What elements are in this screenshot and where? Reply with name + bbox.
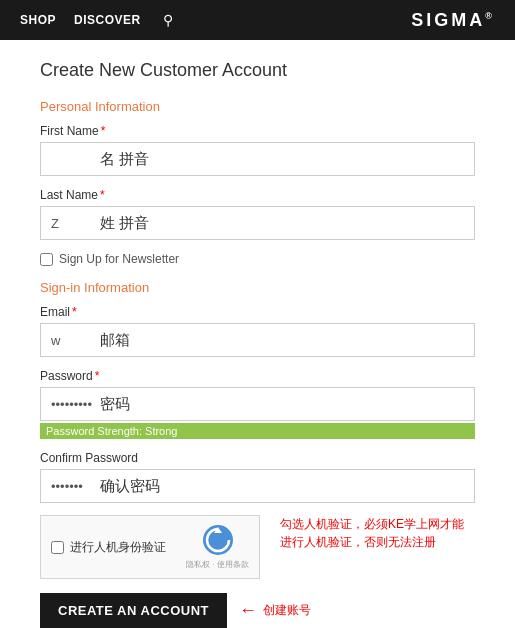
password-strength-bar: Password Strength: Strong [40,423,475,439]
email-input-wrapper: 邮箱 [40,323,475,357]
site-header: SHOP DISCOVER ⚲ SIGMA® [0,0,515,40]
recaptcha-logo: 隐私权 · 使用条款 [186,524,249,570]
last-name-input[interactable] [40,206,475,240]
password-input-wrapper: 密码 [40,387,475,421]
newsletter-label: Sign Up for Newsletter [59,252,179,266]
section-signin-label: Sign-in Information [40,280,475,295]
section-personal-label: Personal Information [40,99,475,114]
create-account-button[interactable]: CREATE AN ACCOUNT [40,593,227,628]
main-nav: SHOP DISCOVER ⚲ [20,12,173,28]
submit-annotation: ← 创建账号 [239,600,311,621]
newsletter-row: Sign Up for Newsletter [40,252,475,266]
search-icon[interactable]: ⚲ [163,12,173,28]
nav-shop[interactable]: SHOP [20,13,56,27]
recaptcha-annotation: 勾选人机验证，必须KE学上网才能进行人机验证，否则无法注册 [280,515,475,551]
create-annotation-text: 创建账号 [263,602,311,619]
main-content: Create New Customer Account Personal Inf… [0,40,515,628]
nav-discover[interactable]: DISCOVER [74,13,141,27]
arrow-icon: ← [239,600,257,621]
recaptcha-label: 进行人机身份验证 [70,539,166,556]
recaptcha-checkbox[interactable] [51,541,64,554]
recaptcha-annotation-row: 进行人机身份验证 隐私权 · 使用条款 勾选人机验证，必须KE学上网才能进行人机… [40,515,475,579]
confirm-password-group: Confirm Password 确认密码 [40,451,475,503]
confirm-password-input[interactable] [40,469,475,503]
confirm-password-label: Confirm Password [40,451,475,465]
last-name-group: Last Name* 姓 拼音 [40,188,475,240]
email-group: Email* 邮箱 [40,305,475,357]
brand-logo: SIGMA® [411,10,495,31]
password-group: Password* 密码 Password Strength: Strong [40,369,475,439]
password-label: Password* [40,369,475,383]
email-label: Email* [40,305,475,319]
email-input[interactable] [40,323,475,357]
confirm-password-input-wrapper: 确认密码 [40,469,475,503]
first-name-group: First Name* 名 拼音 [40,124,475,176]
password-strength-text: Password Strength: Strong [46,425,177,437]
page-title: Create New Customer Account [40,60,475,81]
last-name-input-wrapper: 姓 拼音 [40,206,475,240]
first-name-input[interactable] [40,142,475,176]
submit-row: CREATE AN ACCOUNT ← 创建账号 [40,593,475,628]
newsletter-checkbox[interactable] [40,253,53,266]
first-name-input-wrapper: 名 拼音 [40,142,475,176]
last-name-label: Last Name* [40,188,475,202]
recaptcha-subtext: 隐私权 · 使用条款 [186,559,249,570]
password-input[interactable] [40,387,475,421]
recaptcha-widget[interactable]: 进行人机身份验证 隐私权 · 使用条款 [40,515,260,579]
first-name-label: First Name* [40,124,475,138]
